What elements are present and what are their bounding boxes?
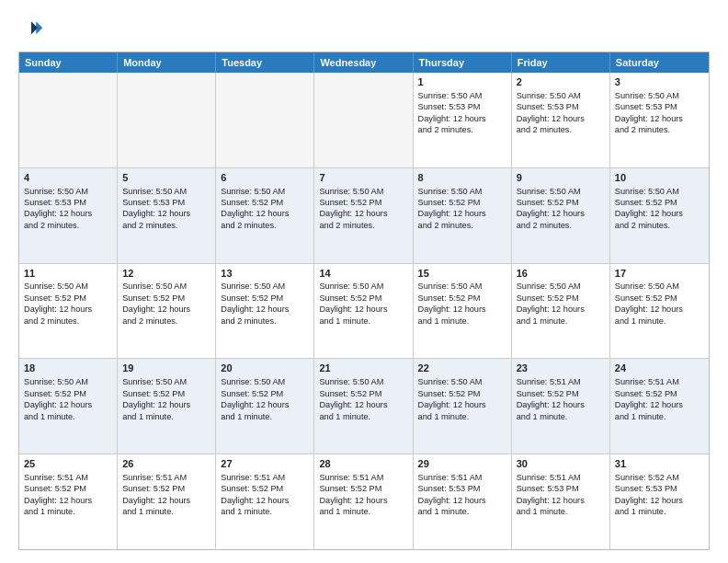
day-info-line: Sunset: 5:52 PM [615, 388, 704, 399]
day-info-line: Sunset: 5:53 PM [418, 483, 506, 494]
day-info-line: Sunset: 5:52 PM [418, 293, 506, 304]
day-number: 30 [517, 457, 605, 471]
day-number: 12 [122, 267, 210, 281]
day-info-line: Sunrise: 5:51 AM [517, 472, 605, 483]
week-row-5: 25Sunrise: 5:51 AMSunset: 5:52 PMDayligh… [19, 454, 709, 549]
day-number: 29 [418, 457, 506, 471]
day-info-line: Daylight: 12 hours [418, 208, 506, 219]
day-info-line: and 1 minute. [319, 411, 407, 422]
day-number: 22 [418, 362, 506, 375]
day-number: 31 [615, 457, 704, 471]
day-number: 9 [517, 171, 605, 185]
day-info-line: Sunrise: 5:51 AM [418, 472, 506, 483]
day-header-thursday: Thursday [414, 52, 512, 73]
day-number: 21 [319, 362, 407, 375]
day-number: 18 [24, 362, 112, 375]
day-info-line: and 2 minutes. [319, 220, 407, 231]
day-info-line: Sunset: 5:52 PM [122, 483, 210, 494]
day-cell-13: 13Sunrise: 5:50 AMSunset: 5:52 PMDayligh… [216, 264, 314, 359]
day-number: 5 [122, 171, 210, 185]
day-info-line: Sunset: 5:52 PM [517, 293, 605, 304]
day-info-line: Sunrise: 5:50 AM [221, 281, 309, 292]
day-cell-20: 20Sunrise: 5:50 AMSunset: 5:52 PMDayligh… [216, 359, 314, 454]
day-info-line: and 2 minutes. [418, 124, 506, 135]
day-info-line: Daylight: 12 hours [24, 208, 112, 219]
day-cell-31: 31Sunrise: 5:52 AMSunset: 5:53 PMDayligh… [610, 454, 709, 549]
day-number: 2 [517, 75, 605, 89]
day-info-line: Sunset: 5:52 PM [24, 483, 112, 494]
day-info-line: Sunrise: 5:50 AM [319, 281, 407, 292]
day-info-line: and 1 minute. [517, 316, 605, 327]
day-info-line: Sunrise: 5:52 AM [615, 472, 704, 483]
day-info-line: Sunrise: 5:50 AM [615, 90, 704, 101]
day-cell-27: 27Sunrise: 5:51 AMSunset: 5:52 PMDayligh… [216, 454, 314, 549]
day-cell-10: 10Sunrise: 5:50 AMSunset: 5:52 PMDayligh… [610, 168, 709, 263]
day-number: 25 [24, 457, 112, 471]
day-info-line: Sunrise: 5:50 AM [24, 281, 112, 292]
week-row-4: 18Sunrise: 5:50 AMSunset: 5:52 PMDayligh… [19, 358, 709, 454]
day-info-line: Sunset: 5:52 PM [221, 197, 309, 208]
day-info-line: Sunrise: 5:50 AM [517, 186, 605, 197]
day-info-line: Sunset: 5:53 PM [615, 101, 704, 112]
day-number: 19 [122, 362, 210, 375]
day-info-line: Daylight: 12 hours [221, 208, 309, 219]
day-info-line: Sunrise: 5:51 AM [24, 472, 112, 483]
day-info-line: and 2 minutes. [122, 220, 210, 231]
day-cell-18: 18Sunrise: 5:50 AMSunset: 5:52 PMDayligh… [19, 359, 118, 454]
day-info-line: and 1 minute. [615, 506, 704, 517]
day-info-line: Daylight: 12 hours [122, 399, 210, 410]
day-number: 28 [319, 457, 407, 471]
day-cell-28: 28Sunrise: 5:51 AMSunset: 5:52 PMDayligh… [314, 454, 413, 549]
day-info-line: Daylight: 12 hours [615, 208, 704, 219]
day-info-line: and 1 minute. [221, 411, 309, 422]
day-header-sunday: Sunday [19, 52, 118, 73]
day-info-line: and 1 minute. [418, 506, 506, 517]
day-info-line: Sunset: 5:53 PM [517, 483, 605, 494]
day-info-line: Sunset: 5:52 PM [221, 388, 309, 399]
day-info-line: Sunset: 5:52 PM [221, 483, 309, 494]
day-cell-4: 4Sunrise: 5:50 AMSunset: 5:53 PMDaylight… [19, 168, 118, 263]
day-info-line: and 2 minutes. [24, 316, 112, 327]
empty-cell [216, 73, 314, 167]
day-info-line: Daylight: 12 hours [221, 304, 309, 315]
day-number: 11 [24, 267, 112, 281]
day-info-line: Sunset: 5:52 PM [24, 293, 112, 304]
day-info-line: and 2 minutes. [615, 124, 704, 135]
day-info-line: Daylight: 12 hours [517, 304, 605, 315]
day-cell-19: 19Sunrise: 5:50 AMSunset: 5:52 PMDayligh… [118, 359, 216, 454]
day-number: 8 [418, 171, 506, 185]
day-info-line: Daylight: 12 hours [221, 495, 309, 506]
day-info-line: Sunset: 5:52 PM [221, 293, 309, 304]
day-cell-22: 22Sunrise: 5:50 AMSunset: 5:52 PMDayligh… [414, 359, 512, 454]
day-info-line: Sunrise: 5:50 AM [24, 376, 112, 387]
day-info-line: Sunset: 5:52 PM [418, 197, 506, 208]
day-cell-21: 21Sunrise: 5:50 AMSunset: 5:52 PMDayligh… [314, 359, 413, 454]
day-info-line: and 1 minute. [122, 506, 210, 517]
day-cell-14: 14Sunrise: 5:50 AMSunset: 5:52 PMDayligh… [314, 264, 413, 359]
day-number: 23 [517, 362, 605, 375]
day-cell-23: 23Sunrise: 5:51 AMSunset: 5:52 PMDayligh… [512, 359, 610, 454]
day-info-line: Daylight: 12 hours [24, 304, 112, 315]
logo [18, 17, 48, 42]
day-info-line: Daylight: 12 hours [517, 495, 605, 506]
week-row-3: 11Sunrise: 5:50 AMSunset: 5:52 PMDayligh… [19, 263, 709, 359]
week-row-1: 1Sunrise: 5:50 AMSunset: 5:53 PMDaylight… [19, 73, 709, 167]
day-info-line: Sunrise: 5:50 AM [418, 90, 506, 101]
day-info-line: and 2 minutes. [517, 124, 605, 135]
day-info-line: Daylight: 12 hours [517, 208, 605, 219]
day-number: 14 [319, 267, 407, 281]
empty-cell [314, 73, 413, 167]
day-info-line: and 2 minutes. [221, 316, 309, 327]
day-info-line: Sunset: 5:52 PM [319, 388, 407, 399]
day-info-line: Sunset: 5:52 PM [615, 197, 704, 208]
day-number: 1 [418, 75, 506, 89]
day-info-line: Daylight: 12 hours [122, 208, 210, 219]
day-info-line: Sunrise: 5:50 AM [319, 186, 407, 197]
day-info-line: Daylight: 12 hours [418, 304, 506, 315]
day-cell-25: 25Sunrise: 5:51 AMSunset: 5:52 PMDayligh… [19, 454, 118, 549]
empty-cell [118, 73, 216, 167]
day-number: 26 [122, 457, 210, 471]
day-info-line: Sunset: 5:53 PM [24, 197, 112, 208]
day-info-line: and 1 minute. [517, 506, 605, 517]
day-info-line: Sunset: 5:52 PM [615, 293, 704, 304]
